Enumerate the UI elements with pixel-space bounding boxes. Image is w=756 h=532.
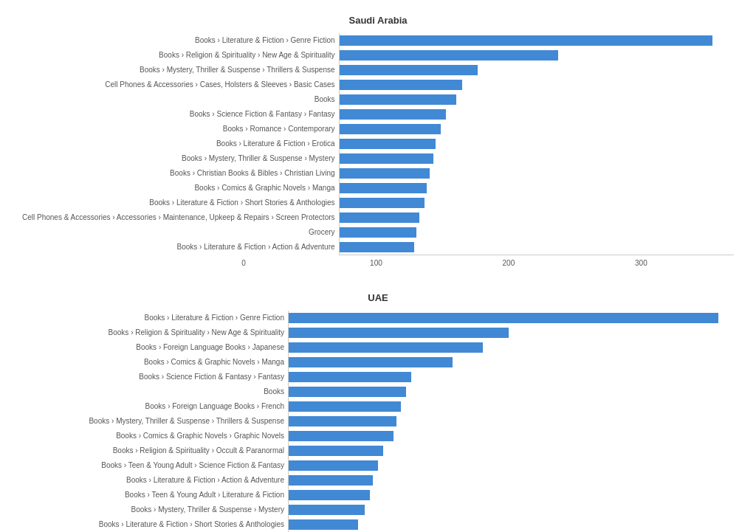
bar bbox=[289, 372, 411, 382]
bar-row bbox=[289, 458, 734, 473]
main-container: Saudi Arabia Books › Literature & Fictio… bbox=[0, 0, 756, 532]
bar-row bbox=[340, 137, 734, 151]
uae-chart-inner: Books › Literature & Fiction › Genre Fic… bbox=[22, 311, 734, 532]
bar-row bbox=[340, 63, 734, 77]
uae-chart-section: UAE Books › Literature & Fiction › Genre… bbox=[22, 292, 734, 532]
bar bbox=[340, 242, 414, 252]
bar-label: Books › Christian Books & Bibles › Chris… bbox=[170, 166, 334, 181]
bar bbox=[340, 168, 430, 179]
bar-row bbox=[289, 399, 734, 414]
bar-label: Grocery bbox=[309, 225, 335, 240]
bar bbox=[289, 342, 483, 353]
bar-row bbox=[340, 77, 734, 92]
bar-row bbox=[289, 414, 734, 429]
bar-row bbox=[340, 92, 734, 107]
bar bbox=[289, 460, 378, 471]
bar bbox=[340, 183, 427, 193]
bar-label: Books › Religion & Spirituality › New Ag… bbox=[109, 325, 284, 340]
bar bbox=[340, 124, 441, 134]
bar-label: Cell Phones & Accessories › Accessories … bbox=[22, 210, 335, 225]
bar bbox=[340, 213, 419, 223]
x-tick: 300 bbox=[633, 259, 648, 267]
bar-row bbox=[289, 370, 734, 384]
bar bbox=[340, 65, 478, 75]
bar bbox=[289, 505, 365, 515]
bar-row bbox=[289, 502, 734, 517]
bar-row bbox=[289, 443, 734, 458]
bar-label: Books › Science Fiction & Fantasy › Fant… bbox=[139, 370, 284, 384]
bar-row bbox=[340, 107, 734, 122]
bar bbox=[340, 35, 713, 46]
bar-row bbox=[340, 181, 734, 196]
bar-label: Books › Teen & Young Adult › Science Fic… bbox=[101, 458, 284, 473]
bar-row bbox=[289, 488, 734, 502]
bar-label: Books › Mystery, Thriller & Suspense › T… bbox=[140, 63, 335, 77]
x-tick: 100 bbox=[368, 259, 383, 267]
bar-label: Books › Literature & Fiction › Action & … bbox=[126, 473, 284, 488]
bar-label: Books › Literature & Fiction › Genre Fic… bbox=[195, 33, 335, 48]
bar bbox=[340, 139, 436, 149]
bar-label: Books › Mystery, Thriller & Suspense › M… bbox=[182, 151, 334, 166]
uae-labels-col: Books › Literature & Fiction › Genre Fic… bbox=[22, 311, 288, 532]
saudi-title: Saudi Arabia bbox=[22, 15, 734, 26]
bar-label: Books › Mystery, Thriller & Suspense › T… bbox=[89, 414, 284, 429]
bar-label: Books › Literature & Fiction › Short Sto… bbox=[149, 196, 334, 210]
uae-bars-col bbox=[288, 311, 734, 532]
bar-label: Books › Comics & Graphic Novels › Graphi… bbox=[116, 429, 284, 443]
bar-row bbox=[289, 311, 734, 325]
bar bbox=[289, 431, 394, 441]
bar-label: Books › Mystery, Thriller & Suspense › M… bbox=[131, 502, 284, 517]
bar-row bbox=[340, 225, 734, 240]
bar-row bbox=[340, 196, 734, 210]
bar bbox=[289, 313, 718, 323]
bar-label: Books › Comics & Graphic Novels › Manga bbox=[144, 355, 284, 370]
bar-row bbox=[340, 122, 734, 137]
bar-row bbox=[289, 517, 734, 532]
bar bbox=[340, 198, 425, 208]
bar-label: Books › Literature & Fiction › Erotica bbox=[216, 137, 335, 151]
bar bbox=[289, 416, 396, 426]
x-tick: 200 bbox=[501, 259, 516, 267]
bar bbox=[289, 357, 453, 367]
bar bbox=[289, 446, 383, 456]
bar-label: Books › Romance › Contemporary bbox=[223, 122, 335, 137]
bar bbox=[289, 490, 370, 500]
saudi-chart-area: Books › Literature & Fiction › Genre Fic… bbox=[22, 33, 734, 270]
saudi-labels-col: Books › Literature & Fiction › Genre Fic… bbox=[22, 33, 339, 255]
saudi-x-axis: 0100200300 bbox=[244, 259, 734, 270]
saudi-chart-inner: Books › Literature & Fiction › Genre Fic… bbox=[22, 33, 734, 255]
bar bbox=[340, 227, 416, 238]
bar bbox=[340, 80, 462, 90]
bar-label: Books › Teen & Young Adult › Literature … bbox=[125, 488, 284, 502]
bar bbox=[289, 387, 406, 397]
bar-label: Books › Science Fiction & Fantasy › Fant… bbox=[190, 107, 335, 122]
bar-label: Books › Comics & Graphic Novels › Manga bbox=[194, 181, 334, 196]
bar-label: Books › Religion & Spirituality › Occult… bbox=[113, 443, 284, 458]
bar bbox=[340, 94, 457, 105]
bar-label: Books › Literature & Fiction › Action & … bbox=[177, 240, 335, 255]
uae-title: UAE bbox=[22, 292, 734, 303]
bar-row bbox=[289, 473, 734, 488]
bar bbox=[289, 475, 373, 486]
bar-label: Books › Religion & Spirituality › New Ag… bbox=[159, 48, 334, 63]
bar-label: Books bbox=[264, 384, 284, 399]
bar-label: Cell Phones & Accessories › Cases, Holst… bbox=[105, 77, 334, 92]
saudi-chart-section: Saudi Arabia Books › Literature & Fictio… bbox=[22, 15, 734, 270]
bar-label: Books › Literature & Fiction › Genre Fic… bbox=[144, 311, 284, 325]
bar-row bbox=[289, 384, 734, 399]
bar-label: Books › Foreign Language Books › Japanes… bbox=[136, 340, 284, 355]
bar-row bbox=[289, 429, 734, 443]
bar-label: Books › Foreign Language Books › French bbox=[145, 399, 284, 414]
bar bbox=[289, 519, 358, 530]
bar-row bbox=[289, 355, 734, 370]
bar bbox=[289, 401, 401, 412]
uae-chart-area: Books › Literature & Fiction › Genre Fic… bbox=[22, 311, 734, 532]
bar-label: Books bbox=[315, 92, 335, 107]
bar bbox=[289, 328, 509, 338]
bar-row bbox=[340, 166, 734, 181]
bar-row bbox=[340, 210, 734, 225]
bar bbox=[340, 153, 433, 164]
bar-label: Books › Literature & Fiction › Short Sto… bbox=[99, 517, 284, 532]
bar-row bbox=[289, 325, 734, 340]
bar-row bbox=[340, 151, 734, 166]
